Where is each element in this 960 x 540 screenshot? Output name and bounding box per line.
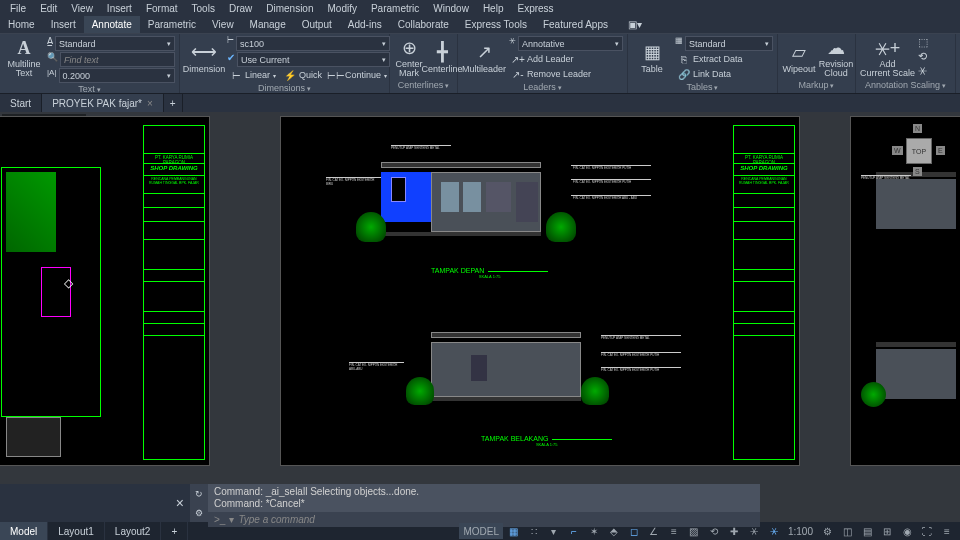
menu-help[interactable]: Help [477,3,510,14]
cycling-icon[interactable]: ⟲ [705,523,723,539]
extract-data-button[interactable]: ⎘Extract Data [675,52,773,66]
isolate-icon[interactable]: ◉ [898,523,916,539]
tab-view[interactable]: View [204,16,242,33]
layout-add[interactable]: + [161,522,188,540]
qprops-icon[interactable]: ▤ [858,523,876,539]
scale-add-icon[interactable]: ⚹ [918,64,928,77]
close-icon[interactable]: × [147,98,153,109]
tab-parametric[interactable]: Parametric [140,16,204,33]
menu-tools[interactable]: Tools [186,3,221,14]
menu-draw[interactable]: Draw [223,3,258,14]
menu-edit[interactable]: Edit [34,3,63,14]
ortho-icon[interactable]: ⌐ [565,523,583,539]
file-tab-new[interactable]: + [164,94,183,112]
panel-text-label[interactable]: Text [4,83,175,95]
command-history[interactable]: Command: _ai_selall Selecting objects...… [208,484,760,512]
menu-insert[interactable]: Insert [101,3,138,14]
tab-manage[interactable]: Manage [242,16,294,33]
add-leader-button[interactable]: ↗+Add Leader [509,52,623,66]
wipeout-button[interactable]: ▱ Wipeout [782,36,816,78]
quick-button[interactable]: ⚡Quick [281,68,325,82]
panel-dim-label[interactable]: Dimensions [184,82,385,94]
continue-button[interactable]: ⊢⊢Continue▾ [327,68,390,82]
panel-scale-label[interactable]: Annotation Scaling [860,79,951,91]
layout-1[interactable]: Layout1 [48,522,105,540]
grid-icon[interactable]: ▦ [505,523,523,539]
remove-leader-button[interactable]: ↗-Remove Leader [509,67,623,81]
scale-sync-icon[interactable]: ⟲ [918,50,928,63]
panel-center-label[interactable]: Centerlines [394,79,453,91]
table-button[interactable]: ▦ Table [632,36,672,78]
annomonitor-icon[interactable]: ✚ [725,523,743,539]
menu-parametric[interactable]: Parametric [365,3,425,14]
tab-output[interactable]: Output [294,16,340,33]
cmd-close-icon[interactable]: × [176,495,184,511]
multileader-button[interactable]: ↗ Multileader [462,36,506,78]
text-style-combo[interactable]: Standard [55,36,175,51]
text-icon: A [12,36,36,60]
linear-button[interactable]: ⊢Linear▾ [227,68,279,82]
tab-collaborate[interactable]: Collaborate [390,16,457,33]
tab-featured[interactable]: Featured Apps [535,16,616,33]
find-text-input[interactable]: Find text [60,52,175,67]
drawing-canvas[interactable]: Top][2D Wireframe] PT. KARYA RUMIA PARAG… [0,112,960,484]
file-tab-start[interactable]: Start [0,94,42,112]
viewcube[interactable]: TOP N S E W [888,120,948,180]
link-data-button[interactable]: 🔗Link Data [675,67,773,81]
tab-focus[interactable]: ▣▾ [620,16,650,33]
drawing-sheet-left[interactable]: PT. KARYA RUMIA PARAGON SHOP DRAWING REN… [0,116,210,466]
cmd-config-icon[interactable]: ⚙ [195,508,203,518]
tab-home[interactable]: Home [0,16,43,33]
infer-icon[interactable]: ▾ [545,523,563,539]
table-style-combo[interactable]: Standard [685,36,773,51]
scale-list-icon[interactable]: ⬚ [918,36,928,49]
panel-markup-label[interactable]: Markup [782,79,851,91]
cleanscreen-icon[interactable]: ⛶ [918,523,936,539]
find-icon[interactable]: 🔍 [47,52,58,67]
panel-table-label[interactable]: Tables [632,81,773,93]
osnap-icon[interactable]: ◻ [625,523,643,539]
customize-icon[interactable]: ≡ [938,523,956,539]
snap-icon[interactable]: ∷ [525,523,543,539]
menu-file[interactable]: File [4,3,32,14]
polar-icon[interactable]: ✶ [585,523,603,539]
layout-model[interactable]: Model [0,522,48,540]
otrack-icon[interactable]: ∠ [645,523,663,539]
centerline-button[interactable]: ╋ Centerline [427,36,457,78]
tab-annotate[interactable]: Annotate [84,16,140,33]
annoscale-icon[interactable]: ⚹ [745,523,763,539]
cmd-recent-icon[interactable]: ↻ [195,489,203,499]
menu-express[interactable]: Express [511,3,559,14]
link-icon: 🔗 [678,68,690,80]
use-current-combo[interactable]: Use Current [237,52,390,67]
iso-icon[interactable]: ⬘ [605,523,623,539]
add-scale-button[interactable]: ⚹+ Add Current Scale [860,36,915,78]
multiline-text-button[interactable]: A Multiline Text [4,36,44,78]
dim-style-combo[interactable]: sc100 [236,36,390,51]
status-model-button[interactable]: MODEL [459,523,503,539]
revision-cloud-button[interactable]: ☁ Revision Cloud [819,36,853,78]
dimension-button[interactable]: ⟷ Dimension [184,36,224,78]
menu-window[interactable]: Window [427,3,475,14]
tab-express[interactable]: Express Tools [457,16,535,33]
scale-readout[interactable]: 1:100 [785,523,816,539]
tab-addins[interactable]: Add-ins [340,16,390,33]
menu-view[interactable]: View [65,3,99,14]
lineweight-icon[interactable]: ≡ [665,523,683,539]
annovisibility-icon[interactable]: ⚹ [765,523,783,539]
transparency-icon[interactable]: ▨ [685,523,703,539]
menu-format[interactable]: Format [140,3,184,14]
workspace-icon[interactable]: ⚙ [818,523,836,539]
panel-leader-label[interactable]: Leaders [462,81,623,93]
menu-modify[interactable]: Modify [322,3,363,14]
text-height-combo[interactable]: 0.2000 [59,68,176,83]
tab-insert[interactable]: Insert [43,16,84,33]
layout-2[interactable]: Layout2 [105,522,162,540]
drawing-sheet-center[interactable]: FIN. CAT EX. NIPPON EKSTERIOR PUTIH FIN.… [280,116,800,466]
menu-dimension[interactable]: Dimension [260,3,319,14]
hardware-icon[interactable]: ⊞ [878,523,896,539]
file-tab-doc[interactable]: PROYEK PAK fajar*× [42,94,164,112]
units-icon[interactable]: ◫ [838,523,856,539]
leader-style-combo[interactable]: Annotative [518,36,623,51]
centermark-button[interactable]: ⊕ Center Mark [394,36,424,78]
